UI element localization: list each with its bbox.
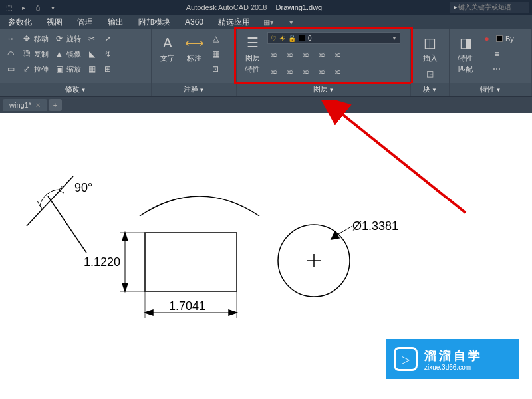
menu-parametric[interactable]: 参数化 bbox=[4, 15, 36, 29]
lineweight-button[interactable]: ≡ bbox=[480, 47, 514, 61]
close-icon[interactable]: ✕ bbox=[35, 102, 41, 109]
search-placeholder: 键入关键字或短语 bbox=[458, 3, 511, 12]
tool-button[interactable]: ↯ bbox=[101, 47, 114, 61]
layer-tool-button[interactable]: ≋ bbox=[267, 65, 281, 78]
layer-tool-icon: ≋ bbox=[317, 49, 327, 60]
array-button[interactable]: ▦ bbox=[85, 63, 98, 76]
layer-tool-button[interactable]: ≋ bbox=[331, 48, 344, 61]
mirror-button[interactable]: ▲镜像 bbox=[53, 47, 82, 61]
text-icon: A bbox=[158, 33, 177, 52]
layer-tool-icon: ≋ bbox=[317, 66, 327, 77]
layer-tool-icon: ≋ bbox=[332, 66, 343, 77]
menu-addons[interactable]: 附加模块 bbox=[134, 15, 174, 29]
panel-title-annotation[interactable]: 注释▼ bbox=[152, 83, 236, 96]
table-button[interactable]: ▦ bbox=[209, 47, 222, 61]
menu-output[interactable]: 输出 bbox=[104, 15, 128, 29]
move-button[interactable]: ✥移动 bbox=[20, 32, 50, 45]
diameter-value: Ø1.3381 bbox=[352, 219, 398, 233]
mirror-icon: ▲ bbox=[54, 49, 65, 59]
bulb-icon: ♡ bbox=[271, 35, 277, 42]
match-icon: ◨ bbox=[456, 33, 475, 52]
panel-title-block[interactable]: 块▼ bbox=[411, 83, 449, 96]
window-title: Autodesk AutoCAD 2018 Drawing1.dwg bbox=[59, 3, 450, 11]
copy-button[interactable]: ⿻复制 bbox=[20, 47, 50, 61]
menu-a360[interactable]: A360 bbox=[181, 16, 207, 28]
annot-icon: ⊡ bbox=[210, 64, 221, 74]
svg-marker-13 bbox=[145, 310, 153, 315]
save-icon[interactable]: ⬚ bbox=[3, 2, 15, 13]
svg-line-0 bbox=[27, 176, 73, 226]
plot-icon[interactable]: ⎙ bbox=[32, 2, 44, 13]
menu-manage[interactable]: 管理 bbox=[73, 15, 97, 29]
lineweight-icon: ≡ bbox=[491, 49, 502, 59]
stretch-button[interactable]: ⤢拉伸 bbox=[20, 63, 50, 76]
layer-tool-button[interactable]: ≋ bbox=[315, 48, 329, 61]
svg-marker-9 bbox=[122, 283, 128, 291]
tool-button[interactable]: ⊞ bbox=[101, 63, 114, 76]
lock-icon: 🔓 bbox=[288, 35, 296, 42]
height-value: 1.1220 bbox=[84, 255, 120, 269]
trim-button[interactable]: ✂ bbox=[85, 32, 98, 45]
panel-title-modify[interactable]: 修改▼ bbox=[0, 83, 151, 96]
chevron-down-icon: ▼ bbox=[392, 35, 397, 41]
dimension-button[interactable]: ⟷ 标注 bbox=[182, 32, 206, 80]
document-tab[interactable]: wing1* ✕ bbox=[3, 99, 47, 111]
svg-marker-8 bbox=[122, 233, 128, 241]
tool-button[interactable]: ↗ bbox=[101, 32, 114, 45]
icon-btn[interactable]: ↔ bbox=[4, 32, 17, 45]
layer-properties-button[interactable]: ☰ 图层 特性 bbox=[241, 32, 265, 80]
color-swatch[interactable] bbox=[496, 35, 503, 42]
menu-help-icon[interactable]: ▾ bbox=[283, 16, 299, 28]
layer-tool-button[interactable]: ≋ bbox=[315, 65, 329, 78]
width-value: 1.7041 bbox=[169, 299, 205, 313]
quick-access-toolbar: ⬚ ▸ ⎙ ▾ bbox=[3, 2, 59, 13]
layer-tool-button[interactable]: ≋ bbox=[283, 65, 297, 78]
file-name: Drawing1.dwg bbox=[276, 3, 323, 11]
linetype-button[interactable]: ⋯ bbox=[480, 63, 514, 76]
icon-btn[interactable]: ◠ bbox=[4, 47, 17, 61]
panel-title-properties[interactable]: 特性▼ bbox=[450, 83, 531, 96]
panel-title-layers[interactable]: 图层▼ bbox=[237, 83, 410, 96]
linetype-icon: ⋯ bbox=[491, 64, 502, 74]
menu-featured[interactable]: 精选应用 bbox=[214, 15, 254, 29]
chevron-down-icon[interactable]: ▾ bbox=[47, 2, 59, 13]
color-button[interactable]: ● bbox=[480, 32, 493, 45]
layer-tool-icon: ≋ bbox=[301, 66, 311, 77]
rect-icon: ▭ bbox=[5, 64, 16, 74]
layer-tool-icon: ≋ bbox=[285, 49, 295, 60]
icon-btn[interactable]: ▭ bbox=[4, 63, 17, 76]
fillet-icon: ◣ bbox=[86, 49, 97, 59]
annot-button[interactable]: ⊡ bbox=[209, 63, 222, 76]
chevron-down-icon: ▼ bbox=[200, 87, 205, 93]
layer-dropdown[interactable]: ♡ ☀ 🔓 0 ▼ bbox=[267, 32, 400, 44]
scale-button[interactable]: ▣缩放 bbox=[53, 63, 82, 76]
search-input[interactable]: 键入关键字或短语 bbox=[450, 2, 529, 13]
layer-tool-button[interactable]: ≋ bbox=[299, 65, 313, 78]
menu-tool-icon[interactable]: ▦▾ bbox=[261, 16, 277, 28]
layer-tool-button[interactable]: ≋ bbox=[299, 48, 313, 61]
copy-icon: ⿻ bbox=[21, 49, 32, 59]
insert-button[interactable]: ◫ 插入 bbox=[418, 32, 442, 65]
trim-icon: ✂ bbox=[86, 33, 97, 44]
fillet-button[interactable]: ◣ bbox=[85, 47, 98, 61]
menu-view[interactable]: 视图 bbox=[43, 15, 66, 29]
rotate-button[interactable]: ⟳旋转 bbox=[53, 32, 82, 45]
new-tab-button[interactable]: + bbox=[49, 99, 62, 111]
tool-icon: ⊞ bbox=[102, 64, 113, 74]
layer-tool-button[interactable]: ≋ bbox=[283, 48, 297, 61]
watermark-brand: 溜溜自学 bbox=[424, 348, 483, 364]
chevron-down-icon: ▼ bbox=[432, 87, 437, 93]
block-tool-button[interactable]: ◳ bbox=[424, 67, 437, 80]
chevron-down-icon: ▼ bbox=[81, 87, 86, 93]
layer-tool-button[interactable]: ≋ bbox=[331, 65, 344, 78]
leader-button[interactable]: △ bbox=[209, 32, 222, 45]
svg-marker-21 bbox=[331, 231, 339, 239]
text-button[interactable]: A 文字 bbox=[156, 32, 180, 80]
match-properties-button[interactable]: ◨ 特性 匹配 bbox=[454, 32, 477, 80]
tab-label: wing1* bbox=[9, 101, 31, 109]
panel-block: ◫ 插入 ◳ 块▼ bbox=[411, 29, 450, 96]
sun-icon: ☀ bbox=[279, 35, 285, 42]
svg-rect-6 bbox=[145, 233, 237, 291]
open-icon[interactable]: ▸ bbox=[17, 2, 29, 13]
layer-tool-button[interactable]: ≋ bbox=[267, 48, 281, 61]
